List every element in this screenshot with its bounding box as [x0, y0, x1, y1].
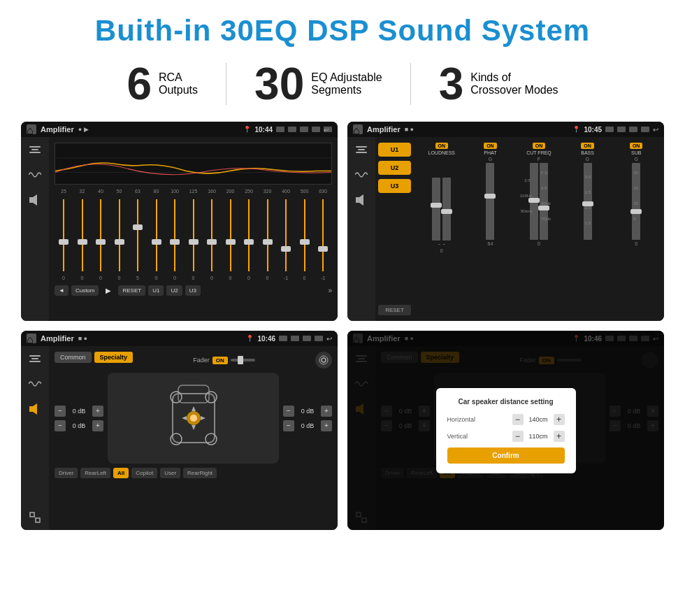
tab-specialty[interactable]: Specialty [94, 352, 134, 363]
sub-slider[interactable]: 20 15 10 5 [632, 163, 640, 240]
eq-slider-0[interactable]: 0 [56, 196, 71, 280]
bass-slider[interactable]: 3.0 2.5 2.0 1.5 [584, 163, 592, 240]
modal-vertical-minus[interactable]: − [512, 431, 524, 442]
expand-icon-3[interactable] [28, 510, 42, 524]
modal-overlay: Car speaker distance setting Horizontal … [347, 331, 664, 530]
wave-icon-2[interactable] [354, 168, 368, 182]
bass-on[interactable]: ON [581, 143, 594, 149]
eq-slider-13[interactable]: 0 [297, 196, 312, 280]
stat-rca: 6 RCA Outputs [99, 62, 226, 106]
loudness-slider-2[interactable] [442, 178, 451, 241]
wifi-icon-3 [303, 336, 311, 341]
db-row-fl: − 0 dB + [55, 406, 103, 417]
preset-u1-button[interactable]: U1 [378, 143, 411, 157]
eq-sliders-row: 0 0 0 0 5 0 0 0 0 0 0 0 -1 0 -1 [55, 196, 332, 280]
eq-u1-button[interactable]: U1 [148, 285, 164, 296]
wave-icon-3[interactable] [28, 377, 42, 391]
stat-rca-number: 6 [127, 62, 152, 106]
eq-slider-10[interactable]: 0 [241, 196, 257, 280]
modal-horizontal-minus[interactable]: − [512, 414, 524, 425]
sub-on[interactable]: ON [630, 143, 643, 149]
modal-horizontal-plus[interactable]: + [554, 414, 565, 425]
loudness-on[interactable]: ON [435, 143, 449, 149]
eq-slider-1[interactable]: 0 [75, 196, 90, 280]
channel-cutfreq: ON CUT FREQ F 3.0 100Hz 80kHz [517, 143, 561, 246]
eq-u3-button[interactable]: U3 [185, 285, 201, 296]
db-minus-fl[interactable]: − [55, 406, 66, 417]
btn-user[interactable]: User [160, 468, 180, 478]
home-icon-3[interactable]: ⌂ [27, 334, 36, 343]
home-icon-1[interactable]: ⌂ [27, 124, 36, 134]
svg-marker-1 [33, 194, 37, 206]
eq-icon[interactable] [28, 143, 42, 157]
db-minus-rl[interactable]: − [55, 420, 66, 431]
eq-u2-button[interactable]: U2 [166, 285, 182, 296]
db-minus-rr[interactable]: − [283, 420, 294, 431]
eq-icon-3[interactable] [28, 352, 42, 366]
btn-rearright[interactable]: RearRight [183, 468, 217, 478]
eq-slider-5[interactable]: 0 [149, 196, 164, 280]
eq-reset-button[interactable]: RESET [118, 285, 145, 296]
wave-icon[interactable] [28, 168, 42, 182]
eq-slider-3[interactable]: 0 [112, 196, 127, 280]
crossover-sliders-area: ON LOUDNESS ~ ~ 0 [414, 137, 664, 321]
db-plus-fl[interactable]: + [92, 406, 103, 417]
tab-common[interactable]: Common [55, 352, 92, 363]
back-icon-1[interactable]: ↩ [324, 127, 332, 132]
eq-side-panel [21, 137, 49, 321]
eq-slider-2[interactable]: 0 [93, 196, 108, 280]
eq-slider-14[interactable]: -1 [315, 196, 331, 280]
preset-u3-button[interactable]: U3 [378, 179, 411, 193]
loudness-slider-1[interactable] [432, 178, 440, 241]
btn-copilot[interactable]: Copilot [131, 468, 157, 478]
eq-slider-9[interactable]: 0 [223, 196, 238, 280]
cutfreq-s2[interactable]: F G 3.0 90Hz 70Hz [540, 163, 548, 240]
home-icon-2[interactable]: ⌂ [353, 124, 363, 134]
eq-icon-2[interactable] [354, 143, 368, 157]
db-plus-rr[interactable]: + [321, 420, 332, 431]
back-icon-3[interactable]: ↩ [326, 335, 332, 343]
modal-horizontal-value: 140cm [526, 416, 551, 423]
location-icon-1: 📍 [243, 126, 251, 133]
eq-play-button[interactable]: ▶ [101, 285, 115, 296]
eq-slider-6[interactable]: 0 [167, 196, 182, 280]
speaker-layout-area: − 0 dB + − 0 dB + [55, 373, 332, 464]
speaker-icon-3[interactable] [28, 402, 42, 416]
svg-point-18 [206, 434, 217, 445]
confirm-button[interactable]: Confirm [447, 447, 565, 464]
speaker-icon[interactable] [28, 193, 42, 207]
btn-rearleft[interactable]: RearLeft [80, 468, 110, 478]
eq-preset-button[interactable]: Custom [71, 285, 99, 296]
eq-slider-7[interactable]: 0 [186, 196, 201, 280]
modal-horizontal-row: Horizontal − 140cm + [447, 414, 565, 425]
svg-point-16 [206, 392, 217, 403]
eq-slider-4[interactable]: 5 [130, 196, 145, 280]
eq-slider-11[interactable]: 0 [260, 196, 275, 280]
speaker-icon-2[interactable] [354, 193, 368, 207]
back-icon-2[interactable]: ↩ [653, 126, 658, 134]
btn-driver[interactable]: Driver [55, 468, 78, 478]
phat-on[interactable]: ON [484, 143, 497, 149]
svg-point-11 [322, 358, 326, 362]
crossover-reset-button[interactable]: RESET [378, 305, 411, 315]
cutfreq-s1[interactable]: 3.0 100Hz 80kHz [530, 163, 538, 240]
cutfreq-on[interactable]: ON [533, 143, 546, 149]
btn-all[interactable]: All [113, 468, 129, 478]
eq-prev-button[interactable]: ◄ [55, 285, 68, 296]
db-val-fl: 0 dB [68, 408, 89, 415]
fader-on[interactable]: ON [212, 357, 228, 364]
phat-slider[interactable] [486, 163, 494, 240]
db-plus-fr[interactable]: + [321, 406, 332, 417]
eq-slider-8[interactable]: 0 [204, 196, 219, 280]
modal-vertical-controls: − 110cm + [512, 431, 565, 442]
eq-slider-12[interactable]: -1 [278, 196, 294, 280]
db-plus-rl[interactable]: + [92, 420, 103, 431]
db-minus-fr[interactable]: − [283, 406, 294, 417]
preset-u2-button[interactable]: U2 [378, 161, 411, 175]
stat-rca-text: RCA Outputs [159, 71, 198, 96]
svg-marker-5 [359, 194, 363, 206]
settings-icon[interactable] [315, 352, 332, 368]
camera-icon-2 [605, 127, 614, 132]
fader-track[interactable] [231, 359, 255, 361]
modal-vertical-plus[interactable]: + [554, 431, 565, 442]
